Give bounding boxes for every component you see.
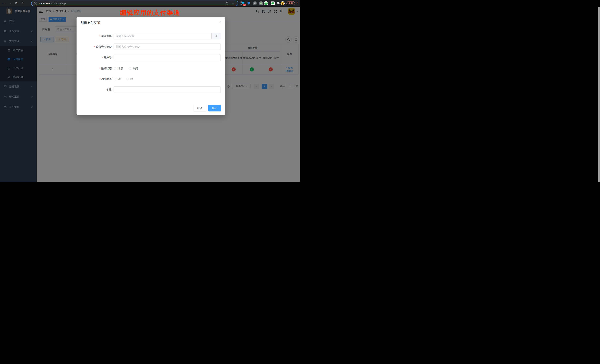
- extension-dot-icon[interactable]: [259, 1, 263, 6]
- extension-badge: 10: [243, 4, 246, 6]
- create-channel-dialog: 创建支付渠道 × *渠道费率 请输入渠道费率 % *公众号APPID 请输入公众…: [76, 17, 225, 115]
- radio-api-v3[interactable]: [126, 78, 129, 80]
- percent-suffix: %: [211, 33, 221, 39]
- field-status: *渠道状态 开启 关闭: [76, 65, 225, 72]
- required-asterisk: *: [100, 35, 100, 37]
- address-bar[interactable]: i localhost:1024/pay/app ☆: [31, 0, 238, 6]
- share-icon[interactable]: [225, 1, 228, 6]
- field-appid: *公众号APPID 请输入公众号APPID: [76, 44, 225, 50]
- field-api-version: *API 版本 v2 v3: [76, 76, 225, 82]
- browser-home-icon[interactable]: ⌂: [20, 0, 25, 7]
- field-remark: 备注: [76, 86, 225, 93]
- browser-reload-icon[interactable]: ⟳: [14, 0, 19, 7]
- extensions-puzzle-icon[interactable]: [276, 1, 281, 6]
- browser-forward-icon[interactable]: →: [7, 0, 13, 7]
- extension-y-icon[interactable]: Y: [264, 1, 268, 6]
- field-rate: *渠道费率 请输入渠道费率 %: [76, 33, 225, 39]
- confirm-button[interactable]: 确定: [208, 105, 221, 111]
- rate-input[interactable]: 请输入渠道费率: [114, 33, 221, 39]
- radio-api-v2[interactable]: [114, 78, 116, 80]
- dialog-close-icon[interactable]: ×: [219, 20, 221, 24]
- extension-chat-icon[interactable]: [270, 1, 275, 6]
- merchant-input[interactable]: [114, 54, 221, 61]
- remark-input[interactable]: [114, 86, 221, 93]
- chrome-menu-icon[interactable]: ⋮: [296, 1, 299, 5]
- cancel-button[interactable]: 取消: [193, 105, 206, 111]
- appid-input[interactable]: 请输入公众号APPID: [114, 44, 221, 50]
- profile-emoji-icon[interactable]: [280, 1, 285, 6]
- radio-status-off[interactable]: [129, 67, 131, 70]
- extension-command-icon[interactable]: ⌘: [253, 1, 257, 6]
- dialog-title: 创建支付渠道: [80, 20, 100, 25]
- extension-diamond-icon[interactable]: 10: [240, 1, 244, 6]
- radio-status-on[interactable]: [114, 67, 116, 70]
- extension-balloon-icon[interactable]: [246, 1, 251, 6]
- bookmark-star-icon[interactable]: ☆: [232, 1, 234, 6]
- field-merchant: *商户号: [76, 54, 225, 61]
- browser-toolbar: ← → ⟳ ⌂ i localhost:1024/pay/app ☆ 10 ⌘ …: [0, 0, 300, 7]
- chrome-update-button[interactable]: 更新: [286, 1, 295, 5]
- url-text: localhost:1024/pay/app: [39, 2, 66, 5]
- site-info-icon[interactable]: i: [34, 2, 37, 5]
- browser-back-icon[interactable]: ←: [1, 0, 6, 7]
- annotation-text: 编辑应用的支付渠道: [120, 9, 180, 17]
